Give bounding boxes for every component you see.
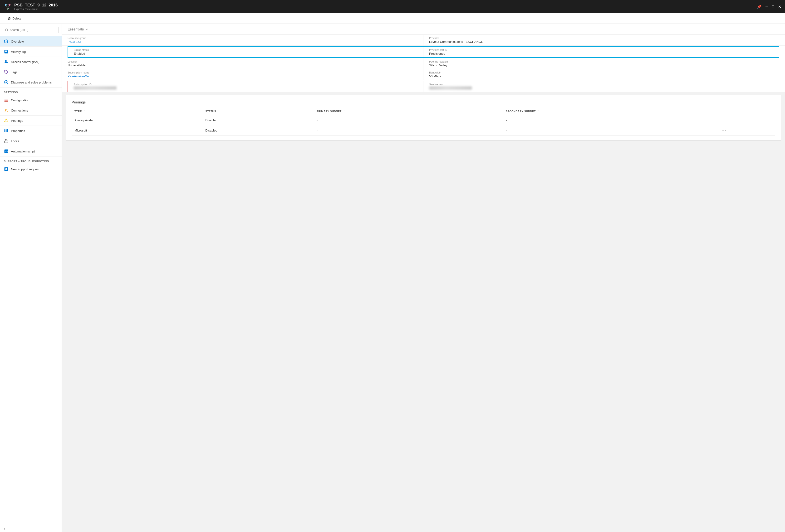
essentials-provider-status: Provider status Provisioned	[424, 47, 779, 57]
maximize-icon[interactable]: □	[772, 4, 774, 9]
row-2-more[interactable]: ···	[719, 125, 775, 135]
peerings-icon	[4, 118, 8, 123]
row-2-status: Disabled	[202, 125, 313, 135]
svg-line-23	[7, 109, 8, 110]
locks-label: Locks	[11, 140, 19, 143]
essentials-location: Location Not available	[62, 58, 424, 69]
support-section-header: SUPPORT + TROUBLESHOOTING	[0, 156, 61, 164]
sort-secondary-icon[interactable]: ⌃	[537, 110, 539, 113]
activity-log-icon	[4, 49, 8, 54]
svg-marker-26	[4, 119, 8, 122]
subscription-name-value[interactable]: Pay-As-You-Go	[68, 74, 417, 78]
resource-group-label: Resource group	[68, 36, 417, 40]
row-1-type: Azure private	[72, 115, 202, 125]
svg-rect-20	[4, 101, 8, 102]
sidebar-item-configuration[interactable]: Configuration	[0, 95, 61, 105]
sidebar-item-activity-log[interactable]: Activity log	[0, 47, 61, 57]
location-label: Location	[68, 60, 417, 63]
essentials-circuit-status: Circuit status Enabled	[68, 47, 424, 57]
provider-status-value: Provisioned	[429, 52, 773, 55]
app-subtitle: ExpressRoute circuit	[14, 8, 757, 10]
sidebar-item-properties[interactable]: Properties	[0, 126, 61, 136]
bandwidth-value: 50 Mbps	[429, 74, 779, 78]
svg-line-24	[5, 111, 6, 112]
essentials-highlighted-row: Circuit status Enabled Provider status P…	[68, 46, 779, 58]
row-2-secondary: -	[503, 125, 719, 135]
svg-point-35	[6, 169, 7, 170]
more-button-row-1[interactable]: ···	[722, 118, 726, 122]
sidebar-item-overview[interactable]: Overview	[0, 36, 61, 47]
svg-rect-28	[6, 129, 7, 132]
svg-marker-6	[4, 40, 8, 42]
svg-text:</>: </>	[5, 150, 8, 152]
service-key-label: Service key	[429, 83, 773, 86]
provider-status-label: Provider status	[429, 49, 773, 51]
svg-rect-29	[7, 129, 8, 132]
row-2-type: Microsoft	[72, 125, 202, 135]
row-1-status: Disabled	[202, 115, 313, 125]
overview-icon	[4, 39, 8, 44]
subscription-name-label: Subscription name	[68, 71, 417, 74]
location-value: Not available	[68, 64, 417, 67]
title-bar-controls: 📌 ─ □ ✕	[757, 4, 781, 9]
essentials-resource-group: Resource group PSBTEST	[62, 35, 424, 46]
minimize-icon[interactable]: ─	[765, 4, 768, 9]
svg-rect-18	[4, 99, 8, 99]
sort-type-icon[interactable]: ⌃	[83, 110, 86, 113]
essentials-peering-location: Peering location Silicon Valley	[424, 58, 785, 69]
automation-script-label: Automation script	[11, 150, 35, 153]
sidebar-item-locks[interactable]: Locks	[0, 136, 61, 146]
svg-rect-10	[5, 52, 7, 53]
resource-group-value[interactable]: PSBTEST	[68, 40, 417, 44]
essentials-redbox-row: Subscription ID Service key	[68, 81, 779, 92]
toolbar: Delete	[0, 13, 785, 24]
subscription-id-label: Subscription ID	[74, 83, 417, 86]
sidebar-item-peerings[interactable]: Peerings	[0, 116, 61, 126]
peering-location-label: Peering location	[429, 60, 779, 63]
svg-rect-8	[5, 51, 8, 51]
more-button-row-2[interactable]: ···	[722, 128, 726, 132]
col-primary-subnet[interactable]: PRIMARY SUBNET ⌃	[313, 108, 503, 115]
peerings-panel: Peerings TYPE ⌃ STATUS ⌃ PRIMARY SUBNE	[66, 95, 781, 141]
circuit-status-label: Circuit status	[74, 49, 417, 51]
col-secondary-subnet[interactable]: SECONDARY SUBNET ⌃	[503, 108, 719, 115]
svg-rect-19	[4, 100, 8, 101]
row-1-secondary: -	[503, 115, 719, 125]
essentials-bandwidth: Bandwidth 50 Mbps	[424, 69, 785, 80]
sort-primary-icon[interactable]: ⌃	[343, 110, 346, 113]
table-row: Microsoft Disabled - - ···	[72, 125, 775, 135]
sidebar-item-new-support-request[interactable]: New support request	[0, 164, 61, 174]
essentials-panel: Essentials Resource group PSBTEST Provid…	[62, 24, 785, 92]
new-support-request-label: New support request	[11, 168, 40, 171]
close-icon[interactable]: ✕	[778, 4, 781, 9]
sort-status-icon[interactable]: ⌃	[218, 110, 220, 113]
essentials-subscription-id: Subscription ID	[68, 81, 424, 92]
delete-button[interactable]: Delete	[6, 16, 23, 21]
app-title: PSB_TEST_9_12_2016	[14, 3, 757, 8]
chevron-up-icon[interactable]	[86, 28, 89, 31]
col-status[interactable]: STATUS ⌃	[202, 108, 313, 115]
provider-label: Provider	[429, 36, 779, 40]
essentials-service-key: Service key	[424, 81, 779, 92]
service-key-blurred	[429, 86, 472, 90]
row-1-more[interactable]: ···	[719, 115, 775, 125]
sidebar-item-diagnose[interactable]: Diagnose and solve problems	[0, 77, 61, 87]
properties-label: Properties	[11, 129, 25, 133]
access-control-label: Access control (IAM)	[11, 60, 40, 64]
bandwidth-label: Bandwidth	[429, 71, 779, 74]
sidebar-item-automation-script[interactable]: </> Automation script	[0, 146, 61, 156]
svg-line-5	[8, 5, 9, 8]
svg-rect-27	[4, 129, 5, 132]
col-type[interactable]: TYPE ⌃	[72, 108, 202, 115]
essentials-title: Essentials	[68, 27, 84, 31]
peering-location-value: Silicon Valley	[429, 64, 779, 67]
sidebar-item-connections[interactable]: Connections	[0, 105, 61, 116]
pin-icon[interactable]: 📌	[757, 4, 762, 9]
row-2-primary: -	[313, 125, 503, 135]
sidebar-item-tags[interactable]: Tags	[0, 67, 61, 77]
sidebar-item-access-control[interactable]: Access control (IAM)	[0, 57, 61, 67]
search-input[interactable]	[3, 27, 59, 33]
tags-label: Tags	[11, 70, 17, 74]
connections-icon	[4, 108, 8, 113]
tags-icon	[4, 70, 8, 74]
